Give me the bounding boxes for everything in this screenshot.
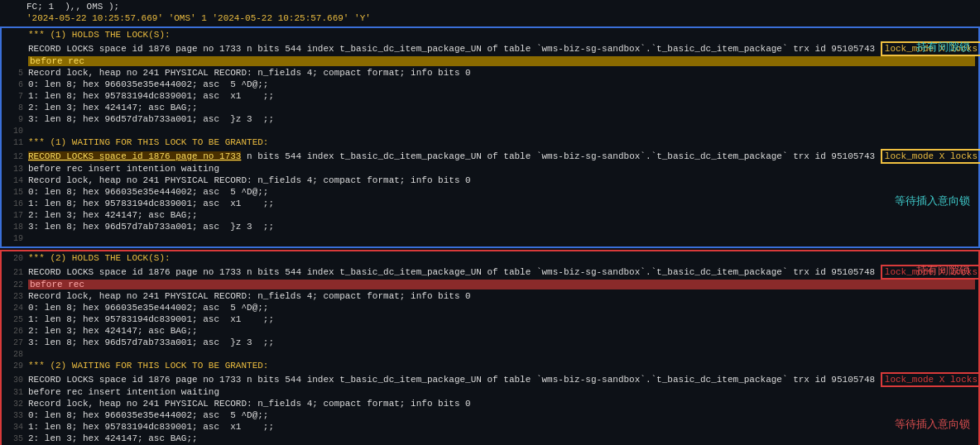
- line-phys-1: 5 Record lock, heap no 241 PHYSICAL RECO…: [2, 68, 978, 79]
- line-field-3-0: 24 0: len 8; hex 966035e35e444002; asc 5…: [2, 303, 978, 314]
- lock-tag-3: lock_mode X locks gap: [881, 265, 980, 280]
- line-wait-1-record: 12 RECORD LOCKS space id 1876 page no 17…: [2, 149, 978, 164]
- line-phys-3: 23 Record lock, heap no 241 PHYSICAL REC…: [2, 291, 978, 303]
- line-header-1: FC; 1 ),, OMS );: [0, 2, 980, 13]
- line-field-3-3: 27 3: len 8; hex 96d57d7ab733a001; asc }…: [2, 337, 978, 349]
- lock-tag-2: lock_mode X locks gap: [881, 149, 980, 164]
- lock-tag-4: lock_mode X locks gap: [881, 372, 980, 387]
- line-field-2-2: 17 2: len 3; hex 424147; asc BAG;;: [2, 210, 978, 222]
- line-holds-2-title: 20 *** (2) HOLDS THE LOCK(S):: [2, 253, 978, 265]
- line-field-1-2: 8 2: len 3; hex 424147; asc BAG;;: [2, 103, 978, 114]
- line-before-rec-1: before rec: [2, 56, 978, 68]
- line-wait-2-record: 30 RECORD LOCKS space id 1876 page no 17…: [2, 372, 978, 387]
- line-holds-1-title: *** (1) HOLDS THE LOCK(S):: [2, 30, 978, 41]
- line-phys-2: 14 Record lock, heap no 241 PHYSICAL REC…: [2, 175, 978, 187]
- line-holds-2-record: 21 RECORD LOCKS space id 1876 page no 17…: [2, 265, 978, 280]
- line-wait-2-title: 29 *** (2) WAITING FOR THIS LOCK TO BE G…: [2, 361, 978, 372]
- line-field-1-0: 6 0: len 8; hex 966035e35e444002; asc 5 …: [2, 79, 978, 91]
- line-field-4-2: 35 2: len 3; hex 424147; asc BAG;;: [2, 433, 978, 445]
- line-blank-2: 19: [2, 233, 978, 245]
- line-before-rec-insert-1: 13 before rec insert intention waiting: [2, 164, 978, 175]
- line-field-1-3: 9 3: len 8; hex 96d57d7ab733a001; asc }z…: [2, 114, 978, 126]
- line-header-2: '2024-05-22 10:25:57.669' 'OMS' 1 '2024-…: [0, 13, 980, 25]
- line-holds-1-record: RECORD LOCKS space id 1876 page no 1733 …: [2, 41, 978, 56]
- line-blank-1: 10: [2, 126, 978, 137]
- line-phys-4: 32 Record lock, heap no 241 PHYSICAL REC…: [2, 399, 978, 410]
- line-field-3-2: 26 2: len 3; hex 424147; asc BAG;;: [2, 326, 978, 337]
- terminal-output: FC; 1 ),, OMS ); '2024-05-22 10:25:57.66…: [0, 0, 980, 445]
- line-field-4-0: 33 0: len 8; hex 966035e35e444002; asc 5…: [2, 410, 978, 422]
- line-wait-1-title: 11 *** (1) WAITING FOR THIS LOCK TO BE G…: [2, 137, 978, 149]
- lock-tag-1: lock_mode X locks gap: [881, 41, 980, 56]
- line-field-1-1: 7 1: len 8; hex 95783194dc839001; asc x1…: [2, 91, 978, 103]
- line-before-rec-2: 22 before rec: [2, 280, 978, 291]
- line-blank-3: 28: [2, 349, 978, 361]
- line-field-4-1: 34 1: len 8; hex 95783194dc839001; asc x…: [2, 422, 978, 433]
- line-field-2-1: 16 1: len 8; hex 95783194dc839001; asc x…: [2, 199, 978, 210]
- line-before-rec-insert-2: 31 before rec insert intention waiting: [2, 387, 978, 399]
- line-field-3-1: 25 1: len 8; hex 95783194dc839001; asc x…: [2, 314, 978, 326]
- line-field-2-3: 18 3: len 8; hex 96d57d7ab733a001; asc }…: [2, 222, 978, 233]
- line-field-2-0: 15 0: len 8; hex 966035e35e444002; asc 5…: [2, 187, 978, 199]
